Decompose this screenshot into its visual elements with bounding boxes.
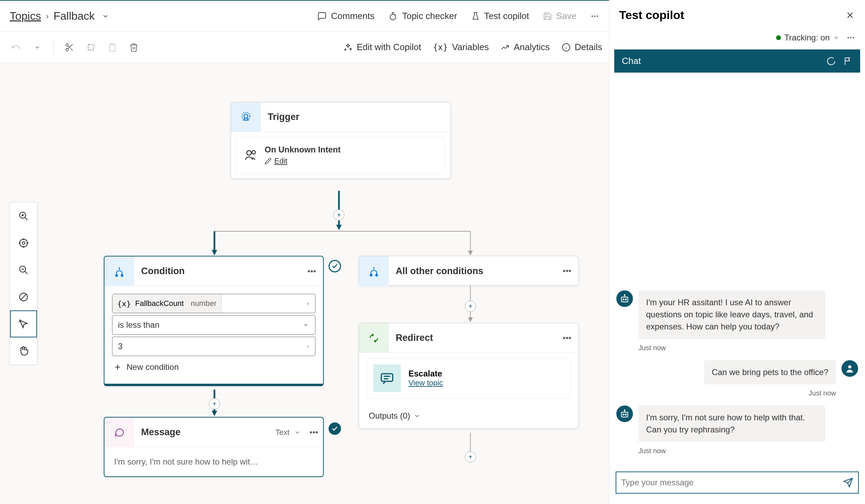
chevron-down-icon[interactable] — [294, 429, 301, 436]
svg-line-8 — [68, 46, 70, 47]
all-other-conditions-node[interactable]: All other conditions ••• — [359, 256, 579, 286]
more-icon[interactable] — [590, 12, 599, 21]
breadcrumb-root[interactable]: Topics — [10, 10, 41, 22]
svg-point-57 — [623, 299, 624, 300]
condition-node[interactable]: Condition ••• {x} FallbackCount number ›… — [104, 256, 324, 386]
chevron-right-icon: › — [46, 11, 49, 21]
delete-icon[interactable] — [125, 38, 143, 56]
condition-value-input[interactable]: 3 › — [112, 337, 315, 356]
new-condition-button[interactable]: New condition — [112, 358, 315, 376]
tracking-toggle[interactable]: Tracking: on — [776, 33, 839, 43]
view-topic-link[interactable]: View topic — [408, 379, 443, 387]
svg-rect-56 — [622, 297, 628, 302]
topic-checker-button[interactable]: Topic checker — [388, 11, 457, 21]
add-node-icon[interactable]: + — [209, 398, 220, 409]
chat-timestamp: Just now — [638, 447, 858, 455]
svg-rect-9 — [88, 44, 94, 50]
copy-icon[interactable] — [82, 38, 100, 56]
trigger-intent-label: On Unknown Intent — [265, 145, 341, 155]
svg-point-53 — [847, 37, 849, 38]
escalate-icon — [373, 364, 401, 392]
check-badge-icon — [329, 422, 341, 435]
outputs-toggle[interactable]: Outputs (0) — [359, 403, 578, 428]
chat-bubble-bot: I'm sorry, I'm not sure how to help with… — [638, 405, 825, 442]
message-node[interactable]: Message Text ••• I'm sorry, I'm not sure… — [104, 417, 324, 477]
more-icon[interactable] — [846, 33, 855, 42]
message-title: Message — [134, 427, 275, 438]
branch-icon — [368, 265, 379, 277]
chat-header: Chat — [614, 49, 860, 73]
svg-marker-30 — [336, 225, 342, 230]
details-button[interactable]: Details — [562, 42, 602, 53]
send-icon[interactable] — [843, 477, 853, 488]
svg-point-47 — [376, 274, 377, 276]
more-icon[interactable]: ••• — [305, 428, 320, 437]
svg-point-41 — [252, 151, 255, 154]
message-icon — [114, 427, 125, 438]
svg-marker-36 — [468, 317, 473, 322]
svg-point-58 — [625, 299, 627, 300]
analytics-button[interactable]: Analytics — [500, 42, 550, 53]
chevron-down-icon — [296, 322, 315, 328]
svg-line-7 — [71, 48, 73, 50]
redirect-icon — [368, 333, 379, 344]
chat-bubble-user: Can we bring pets to the office? — [704, 360, 836, 385]
close-icon[interactable] — [845, 10, 855, 20]
bot-avatar-icon — [616, 405, 633, 422]
flag-icon[interactable] — [844, 57, 853, 66]
user-avatar-icon — [841, 360, 858, 377]
svg-point-43 — [121, 274, 123, 276]
intent-icon — [244, 148, 258, 162]
redirect-title: Redirect — [389, 333, 556, 343]
test-copilot-button[interactable]: Test copilot — [471, 11, 529, 21]
variable-type: number — [191, 299, 217, 308]
svg-point-61 — [848, 365, 851, 368]
variables-button[interactable]: {x} Variables — [433, 42, 489, 53]
more-icon[interactable]: ••• — [556, 266, 578, 276]
chat-input[interactable] — [621, 478, 843, 487]
svg-point-63 — [623, 414, 624, 416]
refresh-icon[interactable] — [826, 56, 836, 66]
undo-icon — [7, 38, 25, 56]
more-icon[interactable]: ••• — [301, 267, 323, 276]
svg-point-5 — [66, 48, 68, 51]
test-panel-title: Test copilot — [619, 8, 845, 22]
add-node-icon[interactable]: + — [333, 209, 344, 221]
svg-rect-10 — [111, 44, 114, 45]
status-dot-icon — [776, 35, 781, 40]
trigger-icon — [240, 111, 252, 123]
save-button: Save — [543, 11, 577, 21]
svg-marker-34 — [212, 411, 217, 416]
svg-marker-31 — [212, 250, 217, 255]
redirect-node[interactable]: Redirect ••• Escalate View topic Outputs… — [359, 323, 579, 429]
more-icon[interactable]: ••• — [556, 333, 578, 343]
all-other-title: All other conditions — [389, 266, 556, 277]
svg-point-60 — [624, 295, 625, 296]
condition-operator-select[interactable]: is less than — [112, 315, 315, 335]
chevron-right-icon: › — [301, 343, 315, 349]
svg-point-40 — [247, 151, 251, 155]
branch-icon — [114, 266, 125, 277]
trigger-node[interactable]: Trigger On Unknown Intent Edit — [231, 102, 451, 179]
svg-point-4 — [66, 44, 68, 46]
add-node-icon[interactable]: + — [465, 301, 476, 312]
edit-link[interactable]: Edit — [274, 157, 287, 166]
message-body: I'm sorry, I'm not sure how to help wit… — [104, 447, 323, 476]
condition-variable-picker[interactable]: {x} FallbackCount number › — [112, 294, 315, 313]
edit-with-copilot-button[interactable]: Edit with Copilot — [343, 42, 421, 53]
svg-point-54 — [850, 37, 852, 38]
cut-icon[interactable] — [61, 38, 79, 56]
chat-timestamp: Just now — [616, 389, 836, 397]
svg-rect-48 — [381, 374, 393, 381]
paste-icon — [103, 38, 121, 56]
redirect-target: Escalate — [408, 369, 443, 379]
svg-marker-32 — [468, 251, 473, 255]
undo-menu-chevron[interactable] — [28, 38, 46, 56]
breadcrumb: Topics › Fallback — [10, 10, 95, 22]
comments-button[interactable]: Comments — [317, 11, 375, 21]
add-node-icon[interactable]: + — [465, 451, 476, 463]
chevron-right-icon: › — [301, 300, 315, 307]
breadcrumb-current: Fallback — [54, 10, 95, 22]
svg-point-2 — [594, 15, 596, 17]
chevron-down-icon[interactable] — [102, 12, 109, 20]
